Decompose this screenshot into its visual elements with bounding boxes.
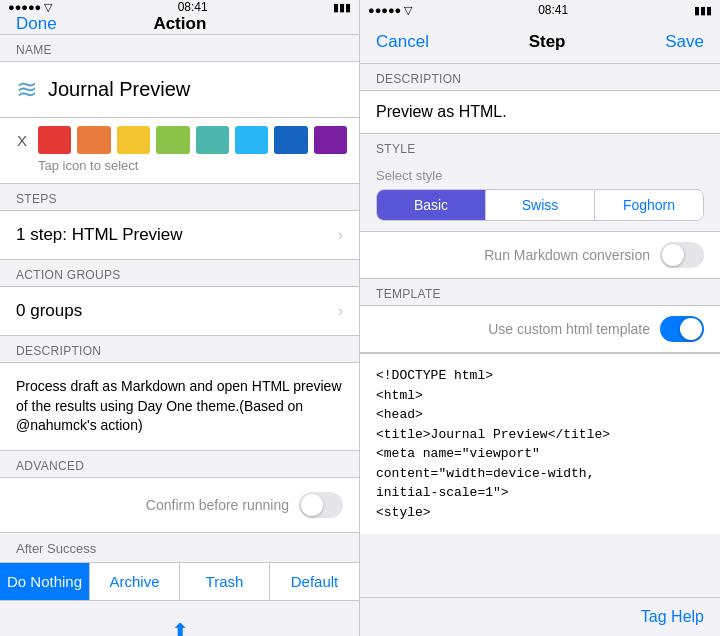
markdown-toggle[interactable]	[660, 242, 704, 268]
action-groups-item[interactable]: 0 groups ›	[0, 286, 359, 336]
markdown-label: Run Markdown conversion	[484, 247, 650, 263]
color-swatch-yellow[interactable]	[117, 126, 150, 154]
right-content: DESCRIPTION Preview as HTML. STYLE Selec…	[360, 64, 720, 597]
left-time: 08:41	[178, 0, 208, 14]
right-description-header: DESCRIPTION	[360, 64, 720, 90]
markdown-row: Run Markdown conversion	[360, 231, 720, 279]
foghorn-style-button[interactable]: Foghorn	[595, 190, 703, 220]
template-header: TEMPLATE	[360, 279, 720, 305]
description-text: Process draft as Markdown and open HTML …	[16, 378, 342, 433]
select-style-label: Select style	[376, 168, 704, 183]
share-icon[interactable]: ⬆	[171, 619, 189, 636]
color-swatch-green[interactable]	[156, 126, 189, 154]
custom-template-toggle[interactable]	[660, 316, 704, 342]
right-battery: ▮▮▮	[694, 4, 712, 17]
steps-text: 1 step: HTML Preview	[16, 225, 183, 245]
code-line-5: <meta name="viewport" content="width=dev…	[376, 444, 704, 483]
left-nav-bar: Done Action	[0, 14, 359, 35]
left-panel: ●●●●● ▽ 08:41 ▮▮▮ Done Action NAME ≋ Jou…	[0, 0, 360, 636]
code-block[interactable]: <!DOCTYPE html> <html> <head> <title>Jou…	[360, 353, 720, 534]
cancel-button[interactable]: Cancel	[376, 32, 429, 52]
swiss-style-button[interactable]: Swiss	[486, 190, 595, 220]
confirm-toggle[interactable]	[299, 492, 343, 518]
description-section: Process draft as Markdown and open HTML …	[0, 362, 359, 451]
color-swatch-red[interactable]	[38, 126, 71, 154]
left-battery: ▮▮▮	[333, 1, 351, 14]
after-success-section: After Success Do Nothing Archive Trash D…	[0, 533, 359, 609]
color-swatch-darkblue[interactable]	[274, 126, 307, 154]
save-button[interactable]: Save	[665, 32, 704, 52]
default-button[interactable]: Default	[270, 563, 359, 600]
advanced-header: ADVANCED	[0, 451, 359, 477]
after-success-label: After Success	[0, 541, 359, 562]
code-line-3: <head>	[376, 405, 704, 425]
right-nav-bar: Cancel Step Save	[360, 20, 720, 64]
action-name: Journal Preview	[48, 78, 190, 101]
tap-hint: Tap icon to select	[12, 154, 347, 175]
right-description-block: Preview as HTML.	[360, 90, 720, 134]
left-bottom-toolbar: ⬆	[0, 609, 359, 636]
description-section-header: DESCRIPTION	[0, 336, 359, 362]
right-status-bar: ●●●●● ▽ 08:41 ▮▮▮	[360, 0, 720, 20]
archive-button[interactable]: Archive	[90, 563, 180, 600]
right-signal: ●●●●● ▽	[368, 4, 412, 17]
color-section[interactable]: X Tap icon to select	[0, 118, 359, 184]
color-swatch-orange[interactable]	[77, 126, 110, 154]
color-x[interactable]: X	[12, 132, 32, 149]
style-segmented-control: Basic Swiss Foghorn	[376, 189, 704, 221]
action-groups-chevron-icon: ›	[338, 302, 343, 320]
left-status-bar: ●●●●● ▽ 08:41 ▮▮▮	[0, 0, 359, 14]
right-time: 08:41	[538, 3, 568, 17]
action-groups-text: 0 groups	[16, 301, 82, 321]
code-line-4: <title>Journal Preview</title>	[376, 425, 704, 445]
trash-button[interactable]: Trash	[180, 563, 270, 600]
code-line-2: <html>	[376, 386, 704, 406]
color-swatch-purple[interactable]	[314, 126, 347, 154]
custom-template-label: Use custom html template	[488, 321, 650, 337]
name-row: ≋ Journal Preview	[0, 61, 359, 118]
code-line-6: initial-scale=1">	[376, 483, 704, 503]
left-signal: ●●●●● ▽	[8, 1, 52, 14]
style-select-label-row: Select style Basic Swiss Foghorn	[360, 160, 720, 229]
do-nothing-button[interactable]: Do Nothing	[0, 563, 90, 600]
tag-help-button[interactable]: Tag Help	[641, 608, 704, 626]
advanced-section: Confirm before running	[0, 477, 359, 533]
steps-item[interactable]: 1 step: HTML Preview ›	[0, 210, 359, 260]
left-nav-title: Action	[153, 14, 206, 34]
color-row: X	[12, 126, 347, 154]
confirm-label: Confirm before running	[146, 497, 289, 513]
right-nav-title: Step	[529, 32, 566, 52]
color-swatch-blue[interactable]	[235, 126, 268, 154]
after-success-buttons: Do Nothing Archive Trash Default	[0, 562, 359, 601]
style-header: STYLE	[360, 134, 720, 160]
journal-icon: ≋	[16, 74, 38, 105]
steps-chevron-icon: ›	[338, 226, 343, 244]
done-button[interactable]: Done	[16, 14, 57, 34]
steps-section-header: STEPS	[0, 184, 359, 210]
right-description-text: Preview as HTML.	[376, 103, 507, 120]
basic-style-button[interactable]: Basic	[377, 190, 486, 220]
name-section-header: NAME	[0, 35, 359, 61]
color-swatch-teal[interactable]	[196, 126, 229, 154]
action-groups-header: ACTION GROUPS	[0, 260, 359, 286]
right-panel: ●●●●● ▽ 08:41 ▮▮▮ Cancel Step Save DESCR…	[360, 0, 720, 636]
right-bottom-toolbar: Tag Help	[360, 597, 720, 636]
template-toggle-row: Use custom html template	[360, 305, 720, 353]
code-line-1: <!DOCTYPE html>	[376, 366, 704, 386]
code-line-7: <style>	[376, 503, 704, 523]
